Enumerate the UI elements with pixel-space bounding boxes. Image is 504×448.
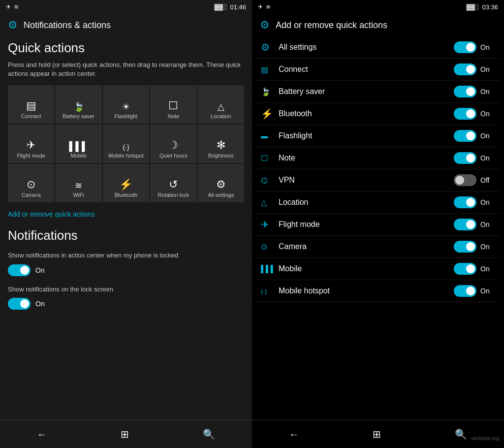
tile-rotation[interactable]: ↺ Rotation lock [150, 164, 196, 202]
mobile-toggle-row: On [454, 263, 495, 275]
flight-toggle-row: On [454, 219, 495, 230]
tile-mobile[interactable]: ▌▌▌ Mobile [55, 125, 101, 163]
notif-lockscreen-label: Show notifications on the lock screen [8, 285, 244, 294]
settings-item-note: ☐ Note On [256, 147, 500, 169]
mobile-toggle[interactable] [454, 263, 476, 275]
tile-flashlight[interactable]: ☀ Flashlight [103, 85, 149, 124]
tile-quiet-label: Quiet hours [159, 153, 188, 159]
flashlight-toggle[interactable] [454, 130, 476, 142]
left-home-button[interactable]: ⊞ [111, 426, 139, 442]
tile-brightness[interactable]: ✻ Brightness [198, 125, 244, 163]
tile-connect[interactable]: ▤ Connect [8, 85, 54, 124]
tile-flight-icon: ✈ [27, 140, 35, 151]
settings-item-all-settings: ⚙ All settings On [256, 36, 500, 59]
location-toggle[interactable] [454, 196, 476, 208]
tile-all-settings-icon: ⚙ [216, 179, 226, 190]
tile-note-label: Note [168, 113, 179, 120]
location-icon: △ [261, 198, 279, 207]
tile-hotspot-label: Mobile hotspot [108, 153, 144, 159]
tile-connect-label: Connect [21, 113, 41, 120]
tile-bluetooth[interactable]: ⚡ Bluetooth [103, 164, 149, 202]
flashlight-icon: ▬ [261, 132, 279, 140]
bluetooth-state: On [480, 110, 495, 118]
left-back-button[interactable]: ← [27, 427, 57, 442]
all-settings-state: On [480, 43, 495, 51]
settings-list: ⚙ All settings On ▤ Connect On 🍃 Battery… [252, 36, 504, 420]
notif-locked-label: Show notifications in action center when… [8, 251, 244, 260]
tile-location[interactable]: △ Location [198, 85, 244, 124]
right-signal-icon-2: ≋ [266, 3, 271, 10]
note-toggle-row: On [454, 152, 495, 164]
all-settings-icon: ⚙ [261, 41, 279, 53]
quick-actions-title: Quick actions [8, 40, 244, 56]
connect-toggle[interactable] [454, 64, 476, 75]
vpn-toggle-row: Off [454, 174, 495, 186]
tile-quiet-icon: ☽ [168, 140, 178, 151]
left-status-left: ✈ ≋ [6, 3, 19, 10]
all-settings-toggle[interactable] [454, 41, 476, 53]
quick-actions-grid: ▤ Connect 🍃 Battery saver ☀ Flashlight ☐… [8, 85, 244, 202]
battery-saver-icon: 🍃 [261, 87, 279, 96]
bluetooth-toggle[interactable] [454, 108, 476, 120]
vpn-icon: ⌬ [261, 176, 279, 185]
right-bottom-nav: ← ⊞ 🔍 winbeta.org [252, 420, 504, 448]
tile-camera-icon: ⊙ [27, 179, 35, 190]
notif-lockscreen-toggle[interactable] [8, 298, 31, 310]
notifications-title: Notifications [8, 228, 244, 243]
watermark: winbeta.org [471, 435, 499, 441]
left-search-button[interactable]: 🔍 [193, 426, 225, 442]
add-remove-link[interactable]: Add or remove quick actions [8, 210, 244, 218]
battery-saver-label: Battery saver [279, 87, 454, 96]
tile-location-icon: △ [218, 102, 224, 111]
tile-note-icon: ☐ [168, 100, 178, 111]
notif-lockscreen-toggle-row: On [8, 298, 244, 310]
flight-label: Flight mode [279, 220, 454, 229]
flight-state: On [480, 221, 495, 228]
left-gear-icon: ⚙ [8, 19, 18, 32]
tile-hotspot[interactable]: (·) Mobile hotspot [103, 125, 149, 163]
flight-mode-icon: ✈ [261, 219, 279, 230]
all-settings-label: All settings [279, 43, 454, 52]
tile-bluetooth-icon: ⚡ [119, 179, 132, 190]
tile-battery-icon: 🍃 [73, 102, 84, 111]
tile-all-settings[interactable]: ⚙ All settings [198, 164, 244, 202]
tile-flight-label: Flight mode [17, 153, 45, 159]
settings-item-location: △ Location On [256, 192, 500, 214]
tile-wifi[interactable]: ≋ WiFi [55, 164, 101, 202]
right-time: 03:36 [482, 3, 498, 11]
location-toggle-row: On [454, 196, 495, 208]
right-status-left: ✈ ≋ [258, 3, 271, 10]
tile-location-label: Location [211, 113, 231, 120]
tile-camera[interactable]: ⊙ Camera [8, 164, 54, 202]
battery-icon-right: ▓▓░ [466, 3, 479, 10]
hotspot-icon: (·) [261, 288, 279, 295]
note-state: On [480, 154, 495, 162]
settings-item-hotspot: (·) Mobile hotspot On [256, 280, 500, 302]
camera-toggle[interactable] [454, 241, 476, 253]
tile-flight[interactable]: ✈ Flight mode [8, 125, 54, 163]
tile-quiet[interactable]: ☽ Quiet hours [150, 125, 196, 163]
right-signal-icon-1: ✈ [258, 3, 263, 10]
tile-battery-saver[interactable]: 🍃 Battery saver [55, 85, 101, 124]
mobile-icon: ▌▌▌ [261, 265, 279, 273]
right-gear-icon: ⚙ [260, 19, 270, 32]
tile-bluetooth-label: Bluetooth [115, 192, 137, 198]
tile-note[interactable]: ☐ Note [150, 85, 196, 124]
right-back-button[interactable]: ← [279, 427, 309, 442]
note-toggle[interactable] [454, 152, 476, 164]
right-panel: ✈ ≋ ▓▓░ 03:36 ⚙ Add or remove quick acti… [252, 0, 504, 448]
flight-toggle[interactable] [454, 219, 476, 230]
battery-toggle[interactable] [454, 86, 476, 97]
right-home-button[interactable]: ⊞ [363, 426, 391, 442]
connect-toggle-row: On [454, 64, 495, 75]
vpn-state: Off [480, 176, 495, 184]
settings-item-battery: 🍃 Battery saver On [256, 81, 500, 103]
tile-brightness-label: Brightness [208, 153, 234, 159]
note-icon: ☐ [261, 154, 279, 163]
hotspot-toggle[interactable] [454, 285, 476, 297]
left-content: Quick actions Press and hold (or select)… [0, 36, 252, 420]
vpn-toggle[interactable] [454, 174, 476, 186]
notif-locked-toggle[interactable] [8, 264, 31, 276]
settings-item-vpn: ⌬ VPN Off [256, 169, 500, 192]
camera-state: On [480, 243, 495, 251]
